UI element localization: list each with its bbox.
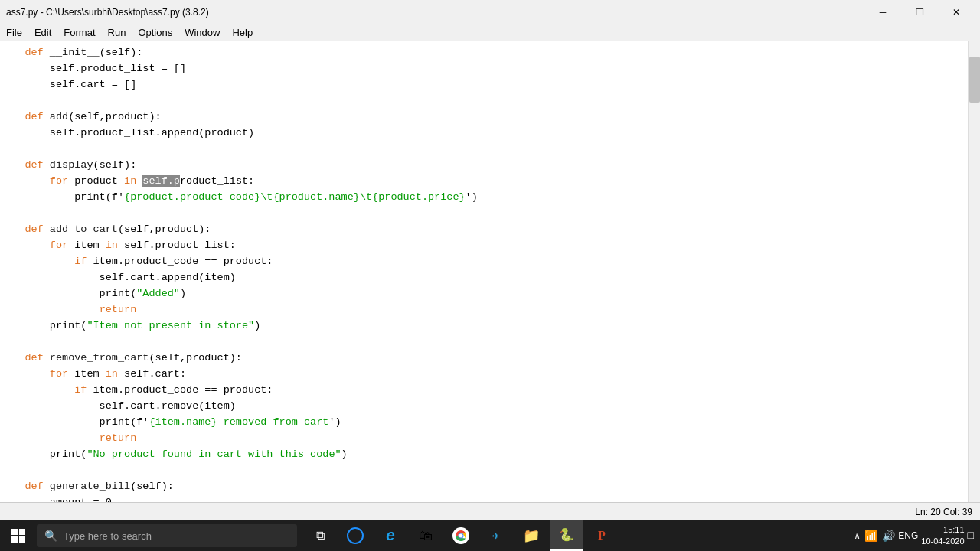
- start-button[interactable]: [3, 520, 34, 551]
- system-tray: ∧ 📶 🔊: [854, 530, 895, 543]
- powerpoint-app[interactable]: P: [585, 520, 619, 551]
- python-icon: 🐍: [557, 526, 576, 544]
- code-line-10: print(f'{product.product_code}\t{product…: [0, 191, 478, 203]
- clock-date: 10-04-2020: [921, 536, 964, 547]
- python-app[interactable]: 🐍: [550, 520, 583, 551]
- notifications-icon[interactable]: □: [968, 530, 974, 542]
- code-line-29: amount = 0: [0, 497, 112, 502]
- code-line-1: def __init__(self):: [0, 47, 142, 58]
- chevron-up-icon[interactable]: ∧: [854, 530, 860, 542]
- code-area[interactable]: def __init__(self): self.product_list = …: [0, 41, 968, 502]
- menu-format[interactable]: Format: [57, 24, 101, 41]
- code-line-17: return: [0, 304, 136, 315]
- language-indicator[interactable]: ENG: [898, 530, 918, 541]
- code-line-24: print(f'{item.name} removed from cart'): [0, 416, 341, 428]
- code-line-22: if item.product_code == product:: [0, 384, 273, 396]
- code-line-6: self.product_list.append(product): [0, 127, 254, 139]
- maximize-button[interactable]: ❐: [902, 0, 937, 24]
- code-line-15: self.cart.append(item): [0, 272, 236, 283]
- code-line-25: return: [0, 432, 136, 444]
- telegram-icon: ✈: [487, 527, 505, 545]
- taskbar-search[interactable]: 🔍 Type here to search: [37, 524, 297, 547]
- code-line-20: def remove_from_cart(self,product):: [0, 352, 242, 364]
- titlebar: ass7.py - C:\Users\surbhi\Desktop\ass7.p…: [0, 0, 980, 24]
- titlebar-title: ass7.py - C:\Users\surbhi\Desktop\ass7.p…: [6, 7, 209, 18]
- code-line-9: for product in self.product_list:: [0, 175, 254, 187]
- taskbar-right: ∧ 📶 🔊 ENG 15:11 10-04-2020 □: [854, 520, 980, 551]
- editor-container: def __init__(self): self.product_list = …: [0, 41, 980, 502]
- code-line-12: def add_to_cart(self,product):: [0, 223, 211, 235]
- code-line-23: self.cart.remove(item): [0, 400, 236, 412]
- menu-run[interactable]: Run: [102, 24, 132, 41]
- taskview-icon: ⧉: [311, 527, 329, 545]
- code-line-3: self.cart = []: [0, 79, 136, 90]
- code-line-2: self.product_list = []: [0, 63, 186, 74]
- chrome-app[interactable]: [444, 520, 478, 551]
- search-icon: 🔍: [44, 530, 57, 542]
- code-line-8: def display(self):: [0, 159, 136, 171]
- store-app[interactable]: 🛍: [409, 520, 443, 551]
- taskview-app[interactable]: ⧉: [303, 520, 337, 551]
- chrome-icon: [452, 527, 470, 545]
- edge-app[interactable]: e: [374, 520, 407, 551]
- code-line-13: for item in self.product_list:: [0, 240, 236, 251]
- titlebar-controls: ─ ❐ ✕: [865, 0, 974, 24]
- explorer-icon: 📁: [522, 527, 541, 545]
- code-line-16: print("Added"): [0, 288, 186, 299]
- menu-file[interactable]: File: [0, 24, 28, 41]
- volume-icon[interactable]: 🔊: [882, 530, 895, 543]
- cortana-icon: [347, 527, 364, 544]
- code-line-26: print("No product found in cart with thi…: [0, 448, 348, 460]
- code-line-14: if item.product_code == product:: [0, 256, 273, 267]
- clock-time: 15:11: [921, 524, 964, 536]
- taskbar: 🔍 Type here to search ⧉ e 🛍: [0, 520, 980, 551]
- cortana-app[interactable]: [338, 520, 372, 551]
- menu-edit[interactable]: Edit: [28, 24, 57, 41]
- svg-point-2: [459, 534, 463, 538]
- menu-window[interactable]: Window: [178, 24, 226, 41]
- code-line-21: for item in self.cart:: [0, 368, 186, 380]
- network-icon[interactable]: 📶: [864, 530, 877, 543]
- editor-scroll: def __init__(self): self.product_list = …: [0, 41, 980, 502]
- statusbar: Ln: 20 Col: 39: [0, 502, 980, 520]
- explorer-app[interactable]: 📁: [514, 520, 548, 551]
- minimize-button[interactable]: ─: [865, 0, 900, 24]
- menubar: File Edit Format Run Options Window Help: [0, 24, 980, 41]
- menu-help[interactable]: Help: [226, 24, 259, 41]
- taskbar-apps: ⧉ e 🛍: [303, 520, 619, 551]
- menu-options[interactable]: Options: [132, 24, 178, 41]
- telegram-app[interactable]: ✈: [479, 520, 513, 551]
- status-text: Ln: 20 Col: 39: [915, 507, 972, 517]
- code-line-5: def add(self,product):: [0, 111, 162, 122]
- search-placeholder: Type here to search: [64, 530, 152, 542]
- close-button[interactable]: ✕: [939, 0, 974, 24]
- edge-icon: e: [381, 527, 400, 545]
- taskbar-clock[interactable]: 15:11 10-04-2020: [921, 524, 964, 548]
- vertical-scrollbar[interactable]: [968, 41, 980, 502]
- code-line-18: print("Item not present in store"): [0, 320, 260, 331]
- code-line-28: def generate_bill(self):: [0, 481, 174, 492]
- powerpoint-icon: P: [593, 527, 611, 545]
- store-icon: 🛍: [416, 527, 435, 545]
- windows-logo-icon: [11, 529, 25, 543]
- scrollbar-thumb[interactable]: [969, 57, 980, 103]
